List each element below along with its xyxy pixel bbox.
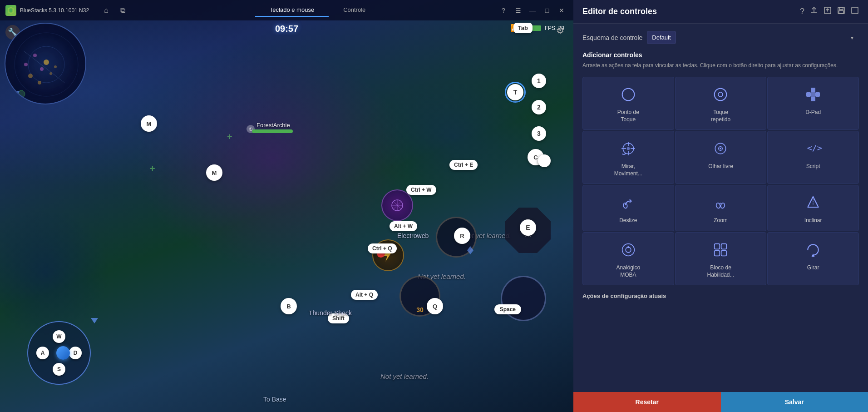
control-olhar-livre[interactable]: Olhar livre [675,131,767,184]
help-button[interactable]: ? [497,4,510,17]
svg-rect-32 [806,92,811,97]
t-key-group[interactable]: T [507,84,523,100]
num2-indicator[interactable]: 2 [532,100,546,114]
add-controls-title: Adicionar controles [582,51,859,59]
svg-point-7 [40,67,44,71]
svg-point-12 [44,60,49,65]
mirar-icon [617,138,639,159]
svg-rect-33 [815,92,820,97]
control-toque-repetido[interactable]: Toquerepetido [675,77,767,130]
control-analogico[interactable]: AnalógicoMOBA [582,232,674,285]
zoom-icon [710,192,731,213]
menu-button[interactable]: ☰ [512,4,524,17]
d-key[interactable]: D [69,347,82,359]
svg-rect-55 [715,251,720,256]
control-deslize[interactable]: Deslize [582,185,674,231]
svg-rect-53 [715,244,720,249]
actions-section-title: Ações de configuração atuais [582,293,859,299]
alt-q-badge[interactable]: Alt + Q [351,290,378,300]
control-ponto-toque[interactable]: Ponto deToque [582,77,674,130]
minimap [5,23,86,104]
panel-help-icon[interactable]: ? [800,7,804,16]
control-mirar[interactable]: Mirar,Moviment... [582,131,674,184]
alt-w-badge[interactable]: Alt + W [390,221,417,231]
b-key-badge[interactable]: B [281,298,297,314]
svg-point-11 [49,72,52,75]
multiwindow-button[interactable]: ⧉ [116,4,129,17]
e-key-white[interactable]: E [520,219,536,236]
home-button[interactable]: ⌂ [100,4,113,17]
t-key[interactable]: T [507,84,523,100]
tab-group: Teclado e mouse Controle [142,4,493,17]
tab-keyboard-mouse[interactable]: Teclado e mouse [255,4,329,17]
svg-point-43 [720,148,721,149]
mirar-label: Mirar,Moviment... [614,163,642,177]
gear-icon[interactable]: ⚙ [556,25,564,36]
svg-rect-24 [839,7,843,10]
num3-indicator[interactable]: 3 [532,126,546,141]
m-badge-1[interactable]: M [141,115,157,132]
svg-point-9 [38,81,41,84]
close-button[interactable]: ✕ [555,4,568,17]
joystick[interactable]: W S A D [27,321,91,385]
a-key[interactable]: A [36,347,49,359]
reset-button[interactable]: Resetar [573,392,721,412]
space-badge[interactable]: Space [494,304,521,314]
panel-save-icon[interactable] [837,6,845,17]
health-bar [252,129,293,133]
thunder-shock-label: Thunder Shock [309,309,352,317]
num1-indicator[interactable]: 1 [532,74,546,88]
svg-point-40 [626,147,630,150]
svg-text:</>: </> [807,143,822,153]
control-script[interactable]: </> Script [767,131,859,184]
ctrl-w-badge[interactable]: Ctrl + W [406,185,436,195]
tab-key-badge[interactable]: Tab [513,23,533,33]
scheme-row: Esquema de controle Default [582,31,859,44]
app-title: BlueStacks 5.3.10.1001 N32 [20,7,89,14]
control-bloco[interactable]: Bloco deHabilidad... [675,232,767,285]
panel-header-icons: ? [800,6,859,17]
panel-header: Editor de controles ? [573,0,868,24]
add-controls-desc: Arraste as ações na tela para vincular a… [582,61,859,69]
q-key-badge[interactable]: Q [427,298,443,314]
svg-point-10 [54,65,57,68]
save-button[interactable]: Salvar [721,392,868,412]
joystick-arrow [91,318,98,323]
plus-sign-1: + [227,132,232,142]
minimize-button[interactable]: — [526,4,539,17]
scheme-select-wrap: Default [647,31,859,44]
tab-controller[interactable]: Controle [329,4,380,17]
svg-point-28 [715,89,727,101]
svg-point-50 [622,244,634,256]
girar-icon [802,239,824,261]
analogico-icon [617,239,639,261]
bloco-icon [710,239,731,261]
panel-upload2-icon[interactable] [824,6,832,17]
svg-marker-1 [10,9,12,12]
controls-grid: Ponto deToque Toquerepetido [582,77,859,285]
ctrl-q-badge[interactable]: Ctrl + Q [368,243,397,253]
panel-content: Esquema de controle Default Adicionar co… [573,24,868,392]
panel-upload1-icon[interactable] [810,6,818,17]
deslize-label: Deslize [619,217,637,224]
joystick-thumb [56,346,70,360]
scheme-select[interactable]: Default [647,31,676,44]
script-label: Script [806,163,820,170]
m-badge-2[interactable]: M [206,164,222,181]
ctrl-e-badge[interactable]: Ctrl + E [449,160,478,170]
toque-repetido-label: Toquerepetido [711,109,730,123]
panel-fullscreen-icon[interactable] [851,6,859,17]
control-zoom[interactable]: Zoom [675,185,767,231]
control-dpad[interactable]: D-Pad [767,77,859,130]
maximize-button[interactable]: □ [541,4,553,17]
control-point [538,154,551,167]
dpad-label: D-Pad [805,109,821,116]
s-key[interactable]: S [53,363,65,376]
minimap-arrow [12,91,20,97]
control-inclinar[interactable]: Inclinar [767,185,859,231]
r-key-badge[interactable]: R [454,228,470,244]
plus-sign-2: + [150,164,155,174]
w-key[interactable]: W [53,330,65,343]
svg-point-29 [718,92,723,97]
control-girar[interactable]: Girar [767,232,859,285]
